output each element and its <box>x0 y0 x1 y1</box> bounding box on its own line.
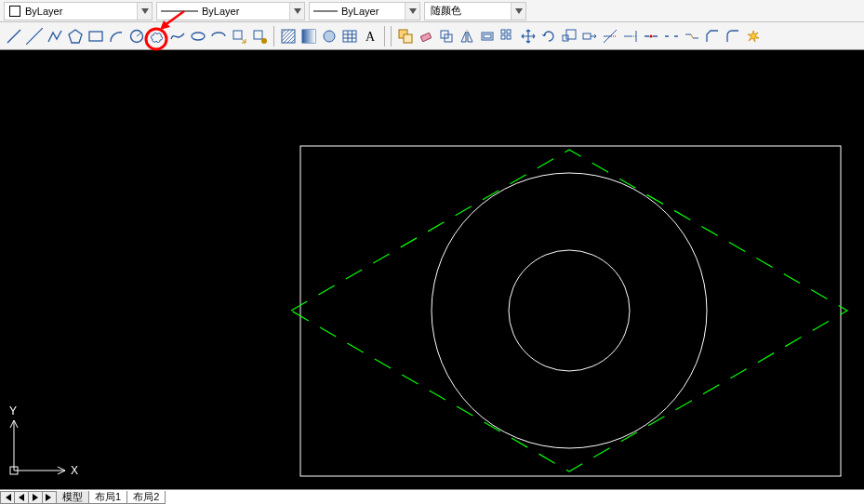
tab-layout1[interactable]: 布局1 <box>88 491 127 504</box>
linetype-swatch-icon <box>161 5 198 18</box>
linetype-label: ByLayer <box>202 6 258 17</box>
break-at-tool[interactable] <box>641 26 661 46</box>
toolbars: A <box>0 22 864 50</box>
copy-tool[interactable] <box>436 26 457 46</box>
svg-rect-26 <box>420 33 432 42</box>
svg-rect-31 <box>484 34 491 38</box>
explode-tool[interactable] <box>743 26 764 46</box>
svg-rect-25 <box>404 34 412 43</box>
properties-bar: ByLayer ByLayer ByLayer 随颜色 <box>0 0 864 22</box>
ellipse-tool[interactable] <box>188 26 208 46</box>
lineweight-swatch-icon <box>313 5 338 18</box>
rotate-tool[interactable] <box>538 26 559 46</box>
hatch-tool[interactable] <box>278 26 299 46</box>
polygon-tool[interactable] <box>65 26 86 46</box>
polyline-tool[interactable] <box>45 26 65 46</box>
chevron-down-icon[interactable] <box>511 3 525 20</box>
toolbar-separator <box>384 26 385 46</box>
draw-order-tool[interactable] <box>395 26 416 46</box>
ucs-y-label: Y <box>9 405 17 418</box>
svg-rect-18 <box>343 31 356 42</box>
xline-tool[interactable] <box>24 26 45 46</box>
svg-rect-0 <box>10 6 20 16</box>
move-tool[interactable] <box>518 26 538 46</box>
tab-next-button[interactable] <box>28 491 43 504</box>
lineweight-label: ByLayer <box>341 6 397 17</box>
ellipse-arc-tool[interactable] <box>208 26 229 46</box>
svg-rect-33 <box>507 30 511 33</box>
svg-rect-35 <box>507 35 511 39</box>
offset-tool[interactable] <box>477 26 498 46</box>
ucs-x-label: X <box>71 464 78 477</box>
lineweight-dropdown[interactable]: ByLayer <box>309 2 420 20</box>
svg-text:A: A <box>366 30 376 44</box>
layer-label: ByLayer <box>25 6 81 17</box>
svg-line-3 <box>7 30 20 43</box>
break-tool[interactable] <box>661 26 682 46</box>
plotstyle-dropdown[interactable]: 随颜色 <box>424 2 526 20</box>
tab-layout2[interactable]: 布局2 <box>126 491 166 504</box>
toolbar-separator <box>391 26 392 46</box>
erase-tool[interactable] <box>416 26 436 46</box>
plotstyle-label: 随颜色 <box>425 4 481 18</box>
svg-rect-34 <box>501 35 505 39</box>
chevron-down-icon[interactable] <box>405 3 419 20</box>
drawing-diamond <box>291 150 847 471</box>
layout-tab-bar: 模型 布局1 布局2 <box>0 489 864 504</box>
svg-rect-7 <box>89 32 102 41</box>
text-tool[interactable]: A <box>360 26 380 46</box>
join-tool[interactable] <box>682 26 702 46</box>
svg-point-10 <box>192 33 205 40</box>
array-tool[interactable] <box>498 26 518 46</box>
chevron-down-icon[interactable] <box>289 3 304 20</box>
svg-rect-11 <box>233 31 242 39</box>
linetype-dropdown[interactable]: ByLayer <box>156 2 305 20</box>
spline-tool[interactable] <box>167 26 188 46</box>
fillet-tool[interactable] <box>723 26 743 46</box>
svg-rect-38 <box>583 33 591 39</box>
svg-rect-36 <box>563 35 568 41</box>
gradient-tool[interactable] <box>299 26 319 46</box>
layer-dropdown[interactable]: ByLayer <box>4 2 153 20</box>
square-icon <box>8 5 21 18</box>
drawing-circle-outer <box>432 173 707 448</box>
chamfer-tool[interactable] <box>702 26 723 46</box>
svg-marker-6 <box>69 30 82 43</box>
stretch-tool[interactable] <box>579 26 600 46</box>
region-tool[interactable] <box>319 26 339 46</box>
revision-cloud-tool[interactable] <box>147 26 167 46</box>
svg-line-9 <box>137 33 141 36</box>
chevron-down-icon[interactable] <box>137 3 152 20</box>
svg-rect-12 <box>254 31 262 39</box>
svg-point-13 <box>261 38 267 44</box>
insert-block-tool[interactable] <box>229 26 249 46</box>
drawing-circle-inner <box>509 250 630 371</box>
svg-rect-32 <box>501 30 505 33</box>
rectangle-tool[interactable] <box>86 26 106 46</box>
toolbar-separator <box>273 26 274 46</box>
line-tool[interactable] <box>4 26 24 46</box>
svg-point-17 <box>324 31 335 42</box>
svg-point-47 <box>650 34 653 37</box>
mirror-tool[interactable] <box>457 26 477 46</box>
extend-tool[interactable] <box>620 26 641 46</box>
scale-tool[interactable] <box>559 26 579 46</box>
tab-first-button[interactable] <box>0 491 15 504</box>
tab-last-button[interactable] <box>42 491 57 504</box>
drawing-canvas[interactable]: X Y <box>0 50 864 491</box>
tab-model[interactable]: 模型 <box>56 491 89 504</box>
svg-line-4 <box>26 28 43 45</box>
svg-rect-16 <box>302 30 315 43</box>
drawing-rectangle <box>300 146 841 476</box>
tab-prev-button[interactable] <box>14 491 29 504</box>
trim-tool[interactable] <box>600 26 620 46</box>
make-block-tool[interactable] <box>249 26 270 46</box>
ucs-icon <box>10 420 65 474</box>
layout-tabs: 模型 布局1 布局2 <box>56 491 165 504</box>
table-tool[interactable] <box>339 26 360 46</box>
circle-tool[interactable] <box>126 26 147 46</box>
arc-tool[interactable] <box>106 26 126 46</box>
